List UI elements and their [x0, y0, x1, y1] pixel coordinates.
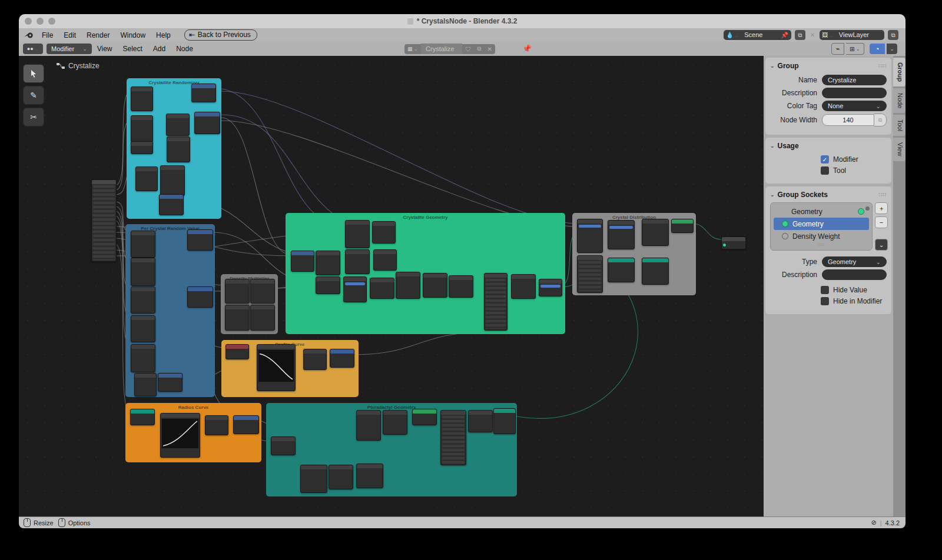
socket-specials-dropdown[interactable]: ⌄ — [875, 239, 888, 251]
node[interactable] — [642, 219, 669, 246]
node[interactable] — [539, 279, 562, 296]
hide-value-checkbox[interactable] — [821, 286, 829, 294]
tab-view[interactable]: View — [893, 138, 905, 161]
node[interactable] — [225, 279, 250, 304]
snap-magnet-icon[interactable]: ⌁ — [831, 43, 844, 55]
panel-grip-icon[interactable]: ∷∷ — [879, 192, 887, 198]
new-scene-button[interactable]: ⧉ — [795, 30, 805, 40]
node[interactable] — [131, 141, 153, 154]
node[interactable] — [671, 219, 694, 233]
select-box-tool[interactable] — [23, 64, 44, 83]
node[interactable] — [130, 409, 155, 425]
overlays-dropdown[interactable]: ⌄ — [887, 44, 897, 54]
annotate-tool[interactable]: ✎ — [23, 86, 44, 105]
node[interactable] — [396, 272, 420, 299]
node[interactable] — [370, 278, 394, 299]
node[interactable] — [343, 276, 367, 302]
node[interactable] — [167, 136, 190, 162]
panel-grip-icon[interactable]: ∷∷ — [879, 63, 887, 69]
socket-input-density-weight[interactable]: Density Weight — [774, 230, 869, 242]
node[interactable] — [511, 274, 536, 299]
node[interactable] — [131, 344, 155, 372]
back-to-previous-button[interactable]: ⇤ Back to Previous — [184, 29, 257, 41]
scene-name[interactable]: Scene — [741, 31, 778, 39]
node[interactable] — [345, 220, 370, 248]
zoom-window-button[interactable] — [48, 18, 55, 25]
node[interactable] — [131, 231, 155, 258]
tool-checkbox[interactable] — [821, 166, 829, 175]
node[interactable] — [330, 349, 354, 368]
node[interactable] — [131, 286, 155, 314]
node-editor-canvas[interactable]: Crystallite RandomizerPer Crystal Random… — [19, 56, 764, 517]
node[interactable] — [383, 410, 407, 435]
node[interactable] — [158, 373, 183, 392]
unlink-node-tree-icon[interactable]: ✕ — [485, 44, 495, 54]
tab-node[interactable]: Node — [893, 88, 905, 113]
node[interactable] — [225, 344, 249, 359]
menu-help[interactable]: Help — [151, 31, 176, 39]
group-panel-header[interactable]: ⌄ Group ∷∷ — [770, 61, 887, 72]
menu-select[interactable]: Select — [117, 45, 147, 53]
node[interactable] — [721, 236, 746, 249]
node[interactable] — [577, 255, 603, 293]
node[interactable] — [225, 305, 250, 331]
node[interactable] — [423, 273, 447, 298]
usage-panel-header[interactable]: ⌄ Usage — [770, 141, 887, 152]
group-description-field[interactable] — [822, 88, 887, 98]
node[interactable] — [135, 166, 158, 191]
list-scrollbar[interactable] — [865, 206, 870, 211]
minimize-window-button[interactable] — [37, 18, 44, 25]
menu-file[interactable]: File — [37, 31, 58, 39]
node[interactable] — [329, 465, 353, 489]
add-socket-button[interactable]: ＋ — [875, 202, 888, 214]
node[interactable] — [642, 258, 669, 285]
group-sockets-header[interactable]: ⌄ Group Sockets ∷∷ — [770, 189, 887, 201]
node[interactable] — [166, 114, 190, 136]
node[interactable] — [303, 349, 327, 370]
node[interactable] — [271, 436, 296, 455]
node[interactable] — [493, 408, 516, 434]
node[interactable] — [373, 249, 397, 271]
scene-selector[interactable]: 💧⌄ Scene 📌 — [724, 30, 791, 40]
node[interactable] — [608, 220, 635, 249]
node[interactable] — [205, 415, 228, 435]
menu-view[interactable]: View — [92, 45, 118, 53]
node[interactable] — [134, 373, 157, 396]
list-resize-grip[interactable]: ∷∷ — [772, 242, 871, 248]
socket-description-field[interactable] — [822, 269, 887, 280]
close-window-button[interactable] — [25, 18, 32, 25]
node[interactable] — [356, 410, 381, 441]
socket-type-dropdown[interactable]: Geometry — [822, 256, 887, 267]
menu-window[interactable]: Window — [115, 31, 151, 39]
node[interactable] — [356, 464, 383, 488]
node[interactable] — [345, 249, 370, 274]
node[interactable] — [316, 276, 340, 294]
node[interactable] — [608, 258, 635, 282]
menu-node[interactable]: Node — [171, 45, 198, 53]
viewlayer-icon[interactable]: 🖼⌄ — [820, 32, 835, 38]
node[interactable] — [257, 344, 296, 391]
node[interactable] — [159, 194, 184, 215]
modifier-checkbox[interactable]: ✓ — [821, 155, 829, 164]
modifier-mode-dropdown[interactable]: Modifier⌄ — [47, 44, 92, 54]
tab-group[interactable]: Group — [893, 58, 905, 86]
pin-node-tree-icon[interactable]: 📌 — [522, 44, 532, 53]
node-width-field[interactable]: 140 — [822, 114, 874, 126]
node[interactable] — [291, 251, 314, 272]
viewlayer-selector[interactable]: 🖼⌄ ViewLayer — [820, 30, 884, 40]
scene-icon[interactable]: 💧⌄ — [724, 32, 741, 38]
node[interactable] — [187, 286, 213, 308]
node[interactable] — [160, 413, 200, 458]
hide-in-modifier-checkbox[interactable] — [821, 297, 829, 305]
node[interactable] — [187, 229, 213, 251]
menu-render[interactable]: Render — [81, 31, 115, 39]
socket-output-geometry[interactable]: Geometry — [774, 205, 869, 218]
menu-edit[interactable]: Edit — [58, 31, 81, 39]
node[interactable] — [191, 84, 216, 102]
node[interactable] — [91, 179, 117, 262]
node[interactable] — [449, 275, 473, 298]
node[interactable] — [300, 465, 327, 493]
node[interactable] — [372, 221, 396, 244]
node[interactable] — [131, 86, 153, 111]
node[interactable] — [233, 415, 259, 434]
